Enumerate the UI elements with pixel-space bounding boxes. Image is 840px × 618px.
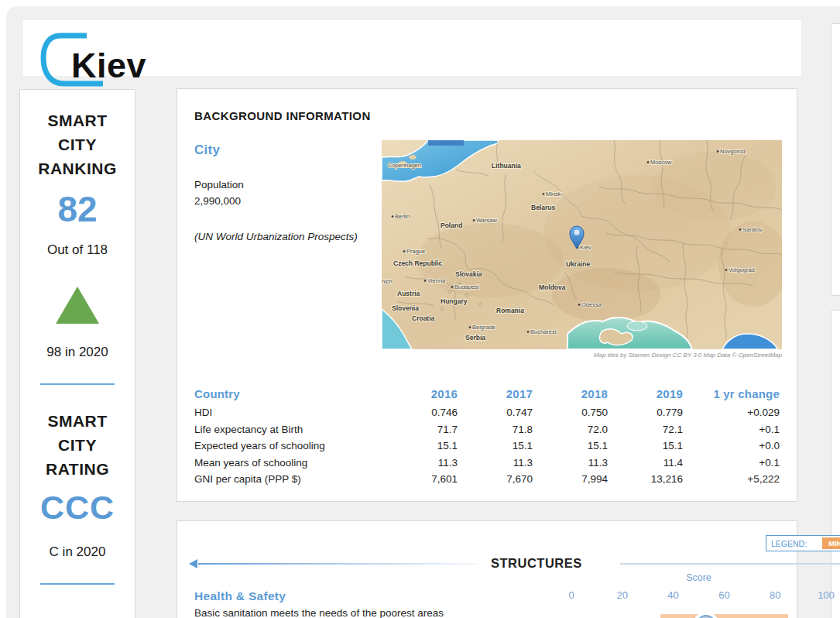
page-title: Kiev [71, 46, 146, 86]
map-city-label: Volgograd [729, 266, 755, 273]
map-city-dot [403, 250, 406, 252]
hdi-cell: +0.1 [683, 457, 780, 469]
hdi-cell: +0.029 [683, 407, 780, 418]
map-attribution: Map tiles by Stamen Design CC BY 3.0 Map… [382, 352, 782, 359]
hdi-cell: 15.1 [533, 440, 608, 451]
hdi-cell: 11.3 [382, 457, 458, 469]
category-health-safety: Health & Safety [194, 589, 286, 603]
map-country-label: Moldova [539, 283, 566, 291]
map-city-label: Berlin [395, 213, 410, 220]
hdi-table-row: HDI0.7460.7470.7500.779+0.029 [194, 404, 780, 421]
hdi-table: Country20162017201820191 yr change HDI0.… [194, 384, 780, 488]
rating-value: CCC [20, 488, 135, 527]
hdi-row-label: Expected years of schooling [194, 440, 382, 451]
legend-label: LEGEND: [766, 539, 822, 548]
hdi-cell: 7,670 [458, 473, 533, 485]
hdi-cell: +0.0 [683, 440, 780, 451]
map-country-label: Serbia [465, 334, 485, 342]
score-tick-label: 60 [707, 589, 741, 601]
map-city-label: Budapest [454, 283, 480, 290]
structures-title: STRUCTURES [491, 556, 582, 571]
map-country-label: Croatia [412, 314, 435, 322]
map-city-label: Warsaw [476, 217, 497, 224]
map-city-label: Bucharest [530, 328, 557, 335]
background-information-panel: BACKGROUND INFORMATION City Population 2… [177, 88, 797, 502]
divider [40, 583, 115, 585]
hdi-cell: 11.4 [608, 457, 683, 469]
map-country-label: Lithuania [492, 162, 521, 170]
score-tick-label: 80 [758, 589, 792, 601]
hdi-cell: 72.0 [533, 424, 608, 435]
nav-arrow-line [198, 563, 478, 565]
map-city-label: Saratov [742, 226, 763, 233]
map-city-dot [647, 161, 650, 163]
previous-section-arrow[interactable] [189, 559, 197, 568]
map-city-label: Prague [406, 248, 425, 255]
map-country-label: Poland [441, 221, 462, 229]
hdi-cell: 7,601 [382, 473, 458, 485]
hdi-cell: +0.1 [683, 424, 780, 435]
map-country-label: Belarus [531, 204, 555, 211]
indicator-text: Basic sanitation meets the needs of the … [194, 607, 444, 618]
map-city-label: Copenhagen [388, 162, 421, 169]
hdi-column-header: 2016 [382, 387, 458, 400]
map-city-dot [725, 269, 728, 271]
map-city-label: Vienna [427, 277, 446, 284]
hdi-cell: +5,222 [683, 473, 780, 485]
hdi-column-header: 2019 [608, 387, 683, 400]
score-tick-label: 100 [809, 589, 840, 601]
hdi-column-header: 2017 [458, 387, 533, 400]
map-image: LithuaniaBelarusPolandCzech RepublicSlov… [382, 140, 782, 349]
population-value: 2,990,000 [194, 195, 241, 207]
map-country-label: Slovakia [455, 270, 482, 278]
map-city-label: Belgrade [472, 324, 495, 331]
score-axis-label: Score [668, 572, 730, 583]
title-underline [620, 563, 840, 565]
ranking-previous: 98 in 2020 [20, 345, 135, 360]
hdi-cell: 15.1 [382, 440, 458, 451]
hdi-row-label: Mean years of schooling [194, 457, 382, 469]
hdi-cell: 15.1 [608, 440, 683, 451]
hdi-cell: 11.3 [533, 457, 608, 469]
hdi-cell: 0.750 [533, 407, 608, 418]
hdi-table-row: Life expectancy at Birth71.771.872.072.1… [194, 421, 780, 438]
map-city-dot [451, 286, 454, 288]
hdi-column-header: Country [194, 387, 382, 400]
location-map: LithuaniaBelarusPolandCzech RepublicSlov… [382, 140, 782, 349]
ranking-title: SMART CITY RANKING [35, 108, 120, 180]
map-city-dot [392, 215, 394, 218]
hdi-cell: 0.746 [382, 407, 458, 418]
rating-previous: C in 2020 [20, 544, 135, 560]
hdi-cell: 7,994 [533, 473, 608, 485]
hdi-cell: 0.747 [458, 407, 533, 418]
score-tick-label: 40 [657, 589, 691, 601]
map-city-label: Kiev [580, 244, 591, 251]
hdi-cell: 71.8 [458, 424, 533, 435]
hdi-row-label: HDI [194, 407, 382, 418]
map-city-label: Moscow [650, 159, 672, 166]
hdi-row-label: Life expectancy at Birth [194, 424, 382, 435]
map-city-dot [739, 228, 742, 231]
map-city-label: Novgorod [720, 148, 746, 155]
triangle-up-icon [56, 287, 99, 324]
sidebar-ranking-card: SMART CITY RANKING 82 Out of 118 98 in 2… [19, 89, 135, 618]
hdi-cell: 11.3 [458, 457, 533, 469]
hdi-row-label: GNI per capita (PPP $) [194, 473, 382, 485]
hdi-table-header: Country20162017201820191 yr change [194, 384, 780, 403]
hdi-table-row: Mean years of schooling11.311.311.311.4+… [194, 455, 780, 472]
legend-min-chip: MIN [822, 537, 840, 549]
next-page-panel-edge-2 [831, 310, 840, 618]
map-country-label: Czech Republic [393, 259, 443, 267]
next-page-panel-edge [831, 23, 840, 296]
source-note: (UN World Urbanization Prospects) [194, 231, 358, 242]
structures-panel: LEGEND: MIN STRUCTURES Score 02040608010… [177, 520, 797, 618]
hdi-cell: 0.779 [608, 407, 683, 418]
score-tick-label: 20 [605, 589, 639, 601]
hdi-column-header: 2018 [533, 387, 608, 400]
hdi-table-row: GNI per capita (PPP $)7,6017,6707,99413,… [194, 471, 780, 488]
ranking-value: 82 [20, 189, 135, 229]
legend-box: LEGEND: MIN [766, 535, 840, 551]
map-city-dot [469, 326, 471, 328]
hdi-cell: 15.1 [458, 440, 533, 451]
map-city-dot [424, 280, 427, 282]
